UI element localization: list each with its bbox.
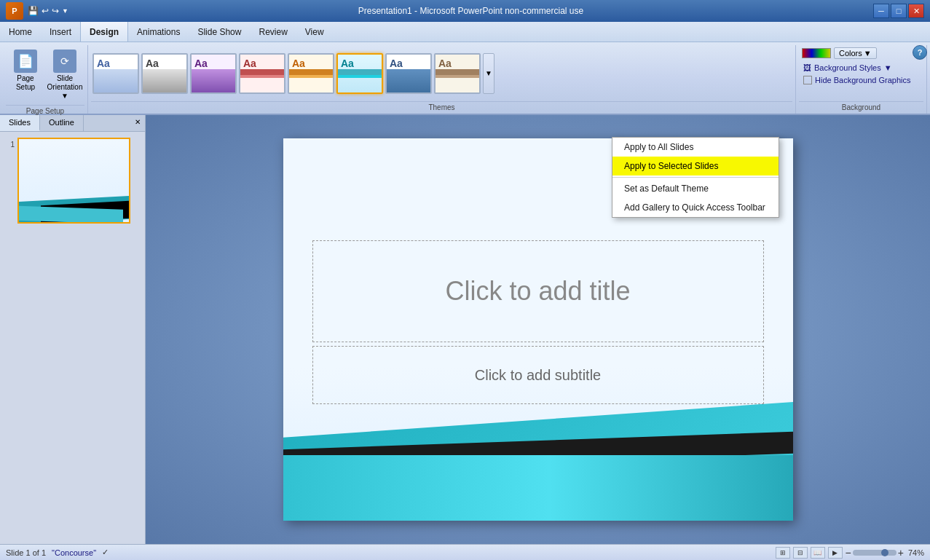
status-bar: Slide 1 of 1 "Concourse" ✓ ⊞ ⊟ 📖 ▶ − + 7… xyxy=(0,544,930,560)
colors-button[interactable]: Colors ▼ xyxy=(834,47,877,59)
ribbon-themes-group: Aa Aa Aa xyxy=(88,45,796,114)
normal-view-btn[interactable]: ⊞ xyxy=(776,547,790,559)
page-setup-button[interactable]: 📄 PageSetup xyxy=(7,47,44,95)
add-gallery-item[interactable]: Add Gallery to Quick Access Toolbar xyxy=(612,198,779,217)
maximize-button[interactable]: □ xyxy=(891,4,907,18)
slide-number-1: 1 xyxy=(6,141,15,149)
panel-close-button[interactable]: ✕ xyxy=(130,115,145,131)
background-styles-button[interactable]: 🖼 Background Styles ▼ xyxy=(802,63,894,73)
menu-animations[interactable]: Animations xyxy=(128,22,189,42)
tab-slides[interactable]: Slides xyxy=(0,115,40,131)
slide-orientation-icon: ⟳ xyxy=(53,50,76,73)
theme-concourse[interactable]: Aa xyxy=(336,53,383,94)
menu-review[interactable]: Review xyxy=(250,22,296,42)
page-setup-icon: 📄 xyxy=(14,50,37,73)
page-setup-group-label: Page Setup xyxy=(6,105,84,117)
themes-container: Aa Aa Aa xyxy=(92,53,791,94)
theme-indicator: "Concourse" xyxy=(52,548,96,557)
colors-label: Colors xyxy=(839,49,862,58)
apply-selected-slides-item[interactable]: Apply to Selected Slides xyxy=(612,157,779,176)
main-area: Slides Outline ✕ 1 xyxy=(0,115,930,544)
theme-default[interactable]: Aa xyxy=(92,53,139,94)
colors-dropdown-arrow: ▼ xyxy=(864,49,872,58)
quick-undo-btn[interactable]: ↩ xyxy=(42,6,49,16)
slide-orientation-label: SlideOrientation ▼ xyxy=(47,74,83,100)
window-title: Presentation1 - Microsoft PowerPoint non… xyxy=(68,6,873,16)
theme-3[interactable]: Aa xyxy=(239,53,285,94)
theme-2[interactable]: Aa xyxy=(190,53,237,94)
status-right: ⊞ ⊟ 📖 ▶ − + 74% xyxy=(776,547,924,559)
zoom-in-btn[interactable]: + xyxy=(898,548,904,558)
theme-6[interactable]: Aa xyxy=(385,53,432,94)
slide-thumbnails: 1 xyxy=(0,132,145,544)
hide-bg-checkbox xyxy=(803,76,812,84)
quick-redo-btn[interactable]: ↪ xyxy=(52,6,59,16)
spell-check-icon: ✓ xyxy=(102,548,109,557)
theme-dropdown-menu: Apply to All Slides Apply to Selected Sl… xyxy=(612,137,779,218)
slide-sorter-btn[interactable]: ⊟ xyxy=(793,547,808,559)
status-left: Slide 1 of 1 "Concourse" ✓ xyxy=(6,548,109,557)
zoom-out-btn[interactable]: − xyxy=(846,548,851,558)
slide-subtitle-placeholder[interactable]: Click to add subtitle xyxy=(312,346,764,404)
slide-thumbnail-1[interactable] xyxy=(17,138,130,224)
close-button[interactable]: ✕ xyxy=(908,4,924,18)
panel-tabs: Slides Outline ✕ xyxy=(0,115,145,132)
slide-orientation-button[interactable]: ⟳ SlideOrientation ▼ xyxy=(47,47,83,103)
background-styles-label: Background Styles xyxy=(814,63,881,72)
page-setup-label: PageSetup xyxy=(16,74,35,92)
slide-panel: Slides Outline ✕ 1 xyxy=(0,115,146,544)
quick-access-dropdown[interactable]: ▼ xyxy=(62,7,68,15)
dropdown-divider-1 xyxy=(612,177,779,178)
menu-home[interactable]: Home xyxy=(0,22,41,42)
theme-4[interactable]: Aa xyxy=(288,53,334,94)
slide-count-label: Slide 1 of 1 xyxy=(6,548,46,557)
slide-subtitle-text: Click to add subtitle xyxy=(475,367,601,384)
theme-1[interactable]: Aa xyxy=(141,53,188,94)
colors-swatch xyxy=(802,48,831,58)
theme-name-label: "Concourse" xyxy=(52,548,96,557)
apply-all-slides-item[interactable]: Apply to All Slides xyxy=(612,138,779,157)
quick-save-btn[interactable]: 💾 xyxy=(28,6,39,16)
zoom-control: − + 74% xyxy=(846,548,924,558)
background-group-label: Background xyxy=(799,101,923,114)
slide-thumb-wrapper-1: 1 xyxy=(6,138,139,224)
zoom-thumb xyxy=(881,549,888,556)
ribbon: 📄 PageSetup ⟳ SlideOrientation ▼ Page Se… xyxy=(0,42,930,115)
menu-insert[interactable]: Insert xyxy=(41,22,80,42)
title-bar: P 💾 ↩ ↪ ▼ Presentation1 - Microsoft Powe… xyxy=(0,0,930,22)
zoom-level-label: 74% xyxy=(908,548,924,557)
menu-design[interactable]: Design xyxy=(80,22,128,42)
menu-slide-show[interactable]: Slide Show xyxy=(189,22,250,42)
ribbon-background-group: Colors ▼ 🖼 Background Styles ▼ Hide Back… xyxy=(796,45,927,114)
themes-group-label: Themes xyxy=(91,101,792,114)
menu-bar: Home Insert Design Animations Slide Show… xyxy=(0,22,930,42)
background-styles-arrow: ▼ xyxy=(884,63,892,72)
themes-scroll-down[interactable]: ▼ xyxy=(483,53,494,94)
slide-title-placeholder[interactable]: Click to add title xyxy=(312,240,764,342)
slide-area: Click to add title Click to add subtitle xyxy=(146,115,930,544)
minimize-button[interactable]: ─ xyxy=(873,4,889,18)
zoom-slider[interactable] xyxy=(853,550,896,556)
ribbon-page-setup-group: 📄 PageSetup ⟳ SlideOrientation ▼ Page Se… xyxy=(3,45,88,114)
help-button[interactable]: ? xyxy=(913,45,927,60)
menu-view[interactable]: View xyxy=(296,22,333,42)
theme-7[interactable]: Aa xyxy=(434,53,481,94)
slide-title-text: Click to add title xyxy=(445,276,630,307)
colors-row: Colors ▼ xyxy=(802,47,877,59)
set-default-theme-item[interactable]: Set as Default Theme xyxy=(612,179,779,198)
reading-view-btn[interactable]: 📖 xyxy=(811,547,825,559)
app-logo: P xyxy=(6,2,23,20)
hide-bg-label: Hide Background Graphics xyxy=(815,76,910,84)
slideshow-btn[interactable]: ▶ xyxy=(828,547,843,559)
background-styles-icon: 🖼 xyxy=(803,63,811,72)
hide-background-button[interactable]: Hide Background Graphics xyxy=(802,75,912,85)
tab-outline[interactable]: Outline xyxy=(40,115,84,131)
